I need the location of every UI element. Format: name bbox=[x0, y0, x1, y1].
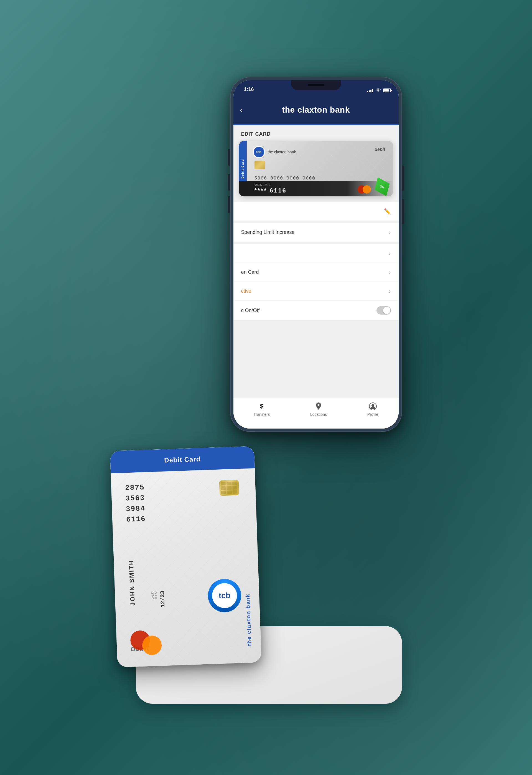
location-pin-icon bbox=[314, 402, 323, 411]
cardholder-name: JOHN SMITH bbox=[128, 560, 136, 606]
tcb-inner-ring: tcb bbox=[212, 583, 237, 609]
phone-card-expiry: VALID 12/21 bbox=[254, 183, 287, 186]
menu-item-card[interactable]: en Card › bbox=[233, 263, 399, 282]
physical-card: Debit Card 2875 3563 3984 6116 JOHN SMIT… bbox=[110, 446, 261, 667]
menu-item-active-text: ctive bbox=[241, 288, 389, 294]
phone-card-bar-text: Debit Card bbox=[241, 159, 244, 179]
svg-point-1 bbox=[317, 404, 319, 406]
status-time: 1:16 bbox=[244, 87, 254, 92]
profile-label: Profile bbox=[367, 412, 378, 417]
edit-card-label: EDIT CARD bbox=[233, 125, 399, 141]
header-underline bbox=[233, 124, 399, 125]
card-chip bbox=[219, 480, 239, 496]
phone-card-mc bbox=[358, 185, 371, 194]
card-num-3: 3984 bbox=[126, 504, 145, 513]
scene: Debit Card 2875 3563 3984 6116 JOHN SMIT… bbox=[114, 55, 419, 720]
chevron-icon-3: › bbox=[389, 269, 391, 275]
phone-card-logo: tcb the claxton bank bbox=[253, 146, 296, 158]
menu-item-card-text: en Card bbox=[241, 269, 389, 275]
locations-label: Locations bbox=[310, 412, 327, 417]
app-title: the claxton bank bbox=[282, 105, 350, 115]
card-tcb-logo: tcb bbox=[206, 577, 243, 614]
card-header-text: Debit Card bbox=[164, 455, 200, 464]
status-icons bbox=[367, 88, 391, 92]
back-button[interactable]: ‹ bbox=[240, 105, 243, 114]
signal-icon bbox=[367, 88, 373, 92]
phone-mc-orange bbox=[363, 185, 371, 194]
menu-section: ✏️ bbox=[233, 202, 399, 221]
toggle-switch[interactable] bbox=[376, 306, 391, 314]
spending-chevron-icon: › bbox=[389, 229, 391, 235]
card-expiry: 12/23 bbox=[159, 591, 166, 608]
svg-point-3 bbox=[371, 404, 374, 407]
card-number-rows: 2875 3563 3984 6116 bbox=[125, 483, 146, 524]
menu-item-active[interactable]: ctive › bbox=[233, 282, 399, 301]
menu-item-toggle-text: c On/Off bbox=[241, 307, 376, 313]
transfers-icon: $ bbox=[258, 402, 266, 411]
battery-icon bbox=[383, 88, 391, 92]
phone-card-strip-content: VALID 12/21 **** 6116 bbox=[254, 183, 287, 194]
phone-bank-name: the claxton bank bbox=[268, 150, 296, 154]
phone-tcb-circle: tcb bbox=[253, 146, 265, 158]
menu-item-2[interactable]: › bbox=[233, 244, 399, 263]
notch bbox=[291, 80, 341, 90]
phone-inner: 1:16 bbox=[233, 80, 399, 429]
menu-item-spending[interactable]: Spending Limit Increase › bbox=[233, 223, 399, 242]
phone-card-chip bbox=[254, 161, 265, 169]
phone-card-last4: **** 6116 bbox=[254, 187, 287, 194]
bottom-nav: $ Transfers Locations bbox=[233, 398, 399, 429]
wifi-icon bbox=[375, 88, 381, 92]
battery-fill bbox=[384, 89, 389, 91]
profile-icon bbox=[369, 402, 377, 411]
nav-item-locations[interactable]: Locations bbox=[310, 402, 327, 417]
menu-item-edit[interactable]: ✏️ bbox=[233, 202, 399, 221]
mc-orange-circle bbox=[142, 635, 162, 655]
card-num-4: 6116 bbox=[126, 515, 146, 524]
spending-limit-text: Spending Limit Increase bbox=[241, 229, 389, 235]
tcb-text: tcb bbox=[218, 591, 230, 600]
app-header: ‹ the claxton bank bbox=[233, 95, 399, 125]
phone-card-number: 5000 0000 0000 0000 bbox=[254, 176, 315, 181]
tcb-outer-ring: tcb bbox=[207, 578, 241, 613]
nav-item-transfers[interactable]: $ Transfers bbox=[253, 402, 270, 417]
menu-item-toggle[interactable]: c On/Off bbox=[233, 301, 399, 320]
menu-section-2: › en Card › ctive › c On/Off bbox=[233, 244, 399, 320]
screen-content: EDIT CARD Debit Card tcb the claxton ban… bbox=[233, 125, 399, 429]
phone-card-debit-label: debit bbox=[375, 147, 385, 152]
chevron-icon-2: › bbox=[389, 250, 391, 256]
valid-thru-label: VALIDTHRU bbox=[151, 591, 158, 599]
nav-item-profile[interactable]: Profile bbox=[367, 402, 378, 417]
edit-icon[interactable]: ✏️ bbox=[384, 208, 391, 215]
menu-section-spending: Spending Limit Increase › bbox=[233, 223, 399, 242]
transfers-label: Transfers bbox=[253, 412, 270, 417]
card-mastercard-logo bbox=[130, 630, 162, 656]
notch-speaker bbox=[308, 84, 324, 86]
svg-point-0 bbox=[378, 91, 378, 92]
card-num-2: 3563 bbox=[125, 494, 145, 503]
phone-card-visual: Debit Card tcb the claxton bank debit 50… bbox=[239, 141, 393, 196]
chevron-icon-4: › bbox=[389, 288, 391, 294]
phone: 1:16 bbox=[230, 77, 402, 432]
phone-card-strip: VALID 12/21 **** 6116 ON bbox=[239, 181, 393, 196]
card-num-1: 2875 bbox=[125, 483, 144, 492]
